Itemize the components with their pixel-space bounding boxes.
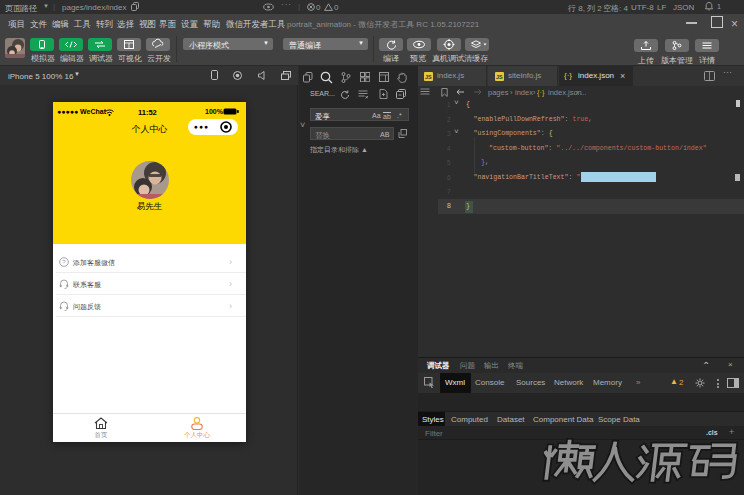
svg-text:?: ?	[62, 259, 66, 265]
